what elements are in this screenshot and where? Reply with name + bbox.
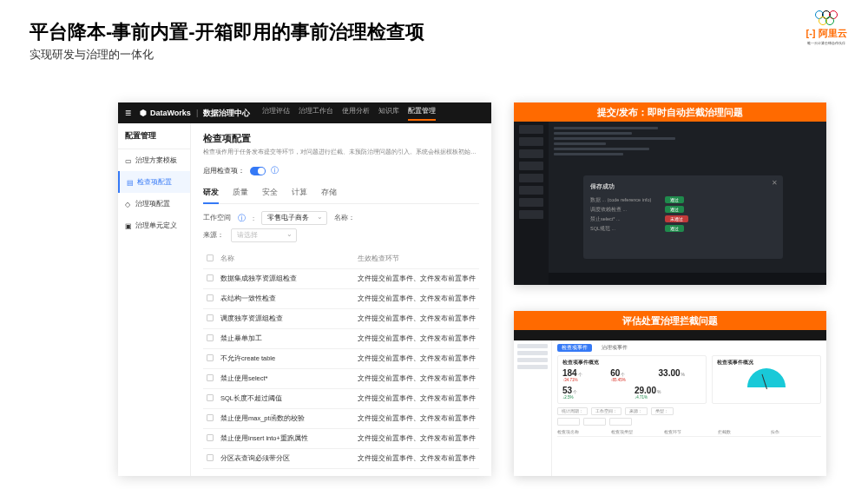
table-row[interactable]: 禁止使用insert into+重跑属性文件提交前置事件、文件发布前置事件	[203, 429, 479, 449]
status-badge: 通过	[665, 225, 684, 232]
slide-title: 平台降本-事前内置-开箱即用的事前治理检查项	[30, 19, 424, 45]
table-row[interactable]: 调度独享资源组检查文件提交前置事件、文件发布前置事件	[203, 309, 479, 329]
row-checkbox[interactable]	[207, 294, 214, 301]
content-tab-storage[interactable]: 存储	[321, 187, 337, 198]
table-row[interactable]: 禁止使用select*文件提交前置事件、文件发布前置事件	[203, 369, 479, 389]
stat-block: 33.00%	[659, 368, 701, 382]
topbar: ≡ ⬢ DataWorks | 数据治理中心 治理评估 治理工作台 使用分析 知…	[118, 102, 491, 123]
stat-unit: %	[681, 372, 685, 377]
top-nav-tabs: 治理评估 治理工作台 使用分析 知识库 配置管理	[262, 106, 436, 121]
filter-box[interactable]	[583, 418, 606, 426]
cell-stage: 文件提交前置事件、文件发布前置事件	[358, 454, 476, 463]
row-checkbox[interactable]	[207, 354, 214, 361]
dash-tab[interactable]: 治理项事件	[597, 344, 632, 352]
dash-tab-active[interactable]: 检查项事件	[557, 344, 592, 352]
col-header: 检查项名称	[557, 430, 608, 434]
check-result-row: SQL规范 ...通过	[590, 225, 776, 232]
sidebar-item-check-config[interactable]: ▤ 检查项配置	[118, 171, 190, 193]
source-select[interactable]: 请选择	[231, 228, 297, 242]
stat-delta: ↑85.45%	[610, 378, 653, 382]
cell-stage: 文件提交前置事件、文件发布前置事件	[358, 294, 476, 303]
sidebar-item-unit-define[interactable]: ▣ 治理单元定义	[118, 215, 190, 236]
nav-tab[interactable]: 治理评估	[262, 106, 290, 121]
cell-name: 不允许create table	[220, 354, 358, 363]
check-result-row: 禁止select* ...未通过	[590, 215, 776, 222]
content-tab-compute[interactable]: 计算	[292, 187, 307, 198]
cell-name: 调度独享资源组检查	[220, 314, 358, 323]
row-checkbox[interactable]	[207, 334, 214, 341]
filter-box[interactable]	[557, 418, 580, 426]
row-checkbox[interactable]	[207, 434, 214, 441]
cell-name: 表结构一致性检查	[220, 294, 358, 303]
dash-sidebar[interactable]	[514, 340, 552, 476]
sidebar-item-label: 治理方案模板	[135, 155, 177, 165]
workspace-select[interactable]: 零售电子商务	[261, 211, 327, 225]
filter-row: 统计周期：工作空间：来源：类型：	[557, 407, 821, 415]
cell-stage: 文件提交前置事件、文件发布前置事件	[358, 334, 476, 343]
filters-row-2: 来源： 请选择	[203, 228, 479, 242]
gauge-chart	[747, 368, 786, 389]
table-row[interactable]: 不允许create table文件提交前置事件、文件发布前置事件	[203, 349, 479, 369]
enable-toggle[interactable]	[250, 167, 266, 175]
filter-row	[557, 418, 821, 426]
content-tab-dev[interactable]: 研发	[203, 187, 219, 198]
content-tab-security[interactable]: 安全	[262, 187, 278, 198]
info-icon[interactable]: ⓘ	[238, 213, 246, 224]
brand-product: DataWorks	[150, 109, 191, 117]
row-checkbox[interactable]	[207, 414, 214, 421]
nav-tab[interactable]: 知识库	[378, 106, 399, 121]
menu-icon[interactable]: ≡	[125, 107, 131, 119]
table-header: 名称 生效检查环节	[203, 249, 479, 269]
info-icon[interactable]: ⓘ	[271, 165, 279, 176]
nav-tab[interactable]: 治理工作台	[299, 106, 333, 121]
row-checkbox[interactable]	[207, 454, 214, 461]
cell-stage: 文件提交前置事件、文件发布前置事件	[358, 274, 476, 283]
stat-number: 33.00	[659, 368, 681, 378]
filter-box[interactable]	[609, 418, 632, 426]
sidebar-item-govern-config[interactable]: ◇ 治理项配置	[118, 193, 190, 215]
col-header-name: 名称	[220, 254, 358, 263]
cell-name: 禁止暴单加工	[220, 334, 358, 343]
close-icon[interactable]: ✕	[772, 179, 778, 187]
cell-name: 禁止使用insert into+重跑属性	[220, 434, 358, 443]
stat-number: 184	[562, 368, 577, 378]
select-all-checkbox[interactable]	[207, 254, 214, 261]
stat-delta: ↓2.5%	[562, 395, 629, 400]
table-row[interactable]: SQL长度不超过阈值文件提交前置事件、文件发布前置事件	[203, 389, 479, 409]
name-filter-label: 名称：	[334, 214, 355, 222]
filter-label-box[interactable]: 来源：	[625, 407, 648, 415]
screenshot-submit-publish: 提交/发布：即时自动拦截治理问题 保存成功 ✕ 数据 ... (code ref…	[514, 102, 826, 285]
filter-label-box[interactable]: 工作空间：	[591, 407, 621, 415]
ide-file-tree[interactable]	[514, 122, 549, 285]
stat-unit: 个	[621, 372, 625, 377]
table-row[interactable]: 表结构一致性检查文件提交前置事件、文件发布前置事件	[203, 289, 479, 309]
content-tab-quality[interactable]: 质量	[233, 187, 248, 198]
table-row[interactable]: 数据集成独享资源组检查文件提交前置事件、文件发布前置事件	[203, 269, 479, 289]
row-checkbox[interactable]	[207, 394, 214, 401]
col-header: 拦截数	[718, 430, 768, 434]
grid-icon: ▣	[125, 222, 132, 229]
check-label: SQL规范 ...	[590, 226, 660, 232]
row-checkbox[interactable]	[207, 314, 214, 321]
code-editor[interactable]	[554, 127, 675, 158]
nav-tab-active[interactable]: 配置管理	[408, 106, 436, 121]
table-row[interactable]: 分区表查询必须带分区文件提交前置事件、文件发布前置事件	[203, 449, 479, 469]
status-badge: 未通过	[665, 215, 688, 222]
check-label: 禁止select* ...	[590, 216, 660, 222]
filter-label-box[interactable]: 类型：	[651, 407, 674, 415]
stat-unit: %	[657, 389, 661, 394]
gauge-card: 检查项事件概况	[712, 355, 821, 404]
sidebar-item-template[interactable]: ▭ 治理方案模板	[118, 149, 190, 171]
dash-topbar	[514, 330, 826, 340]
row-checkbox[interactable]	[207, 274, 214, 281]
dashboard-body: 检查项事件 治理项事件 检查项事件概览 184个↑34.71%60个↑85.45…	[514, 330, 826, 476]
table-row[interactable]: 禁止使用max_pt函数的校验文件提交前置事件、文件发布前置事件	[203, 409, 479, 429]
check-label: 数据 ... (code reference info)	[590, 197, 660, 203]
row-checkbox[interactable]	[207, 374, 214, 381]
content-tabs: 研发 质量 安全 计算 存储	[203, 187, 479, 204]
nav-tab[interactable]: 使用分析	[342, 106, 370, 121]
check-items-table: 名称 生效检查环节 数据集成独享资源组检查文件提交前置事件、文件发布前置事件表结…	[203, 249, 479, 476]
filter-label-box[interactable]: 统计周期：	[557, 407, 588, 415]
table-row[interactable]: 禁止暴单加工文件提交前置事件、文件发布前置事件	[203, 329, 479, 349]
olympic-rings-icon-lower	[802, 17, 851, 25]
